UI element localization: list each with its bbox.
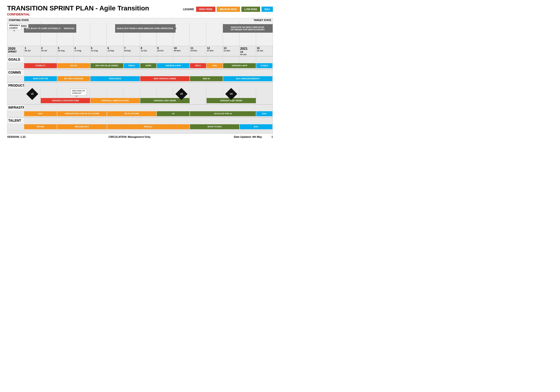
bar-resilience: RESILIENCE [90,76,140,81]
sprint-col-3: 303-Aug [57,46,74,56]
bar-bed-in: BED IN [190,76,223,81]
product-section: PRODUCT VERSION 3 ARCHITECTUREVERSION 2 … [7,82,273,104]
bar-we-are-changing: WE ARE CHANGING [57,76,90,81]
goals-label-row: GOALS [7,56,273,62]
sprint-col-5: 531-Aug [90,46,107,56]
starting-state-label: STARTING STATE [9,19,29,21]
sprint-col-4: 417-Aug [74,46,90,56]
bar-new-stuff: NEW STUFF EN [24,76,57,81]
comms-section: COMMS NEW STUFF ENWE ARE CHANGINGRESILIE… [7,69,273,82]
bar-gdpr: GDPR [140,63,156,68]
bar-stable: STABLE [256,63,272,68]
bar-v3mvp: VERSION 3 MVP [157,63,190,68]
circulation-label: CIRCULATION: Management Only. [109,135,151,138]
page-title: TRANSITION SPRINT PLAN - Agile Transitio… [7,5,149,12]
bar-devops: DEV OPS BLUE GREEN [90,63,123,68]
sprint-col-10: 1009-Nov [173,46,190,56]
bar-redundancy: REDUNDANCY [57,124,107,129]
sprint-col-2: 220-Jul [40,46,57,56]
talent-label-row: TALENT [7,118,273,123]
bar-retain: RETAIN [24,124,57,129]
sprint-col-15: 1518-Jan [256,46,273,56]
footer: VERSION: 1.23 CIRCULATION: Management On… [7,135,273,138]
legend-low-risk: LOW RISK [241,7,260,12]
sprint-col-7: 728-Sep [123,46,140,56]
bar-move-to-bau: MOVE TO BAU [190,124,239,129]
goals-section: GOALS [7,56,273,69]
product-label-row: PRODUCT [7,82,273,88]
state-row: STARTING STATE TARGET STATE [7,18,273,22]
sprint-label-cell: 2020 SPRINT [7,46,24,56]
banners-area: CUT BACK TO CORE SYSTEMS AND SERVICES KI… [7,22,273,46]
sprint-col-9: 926-Oct [157,46,173,56]
sprint-header-row: 2020 SPRINT 106-Jul220-Jul303-Aug417-Aug… [7,46,273,56]
talent-label: TALENT [7,118,24,123]
sprint-col-6: 614-Sep [107,46,123,56]
page-number: 1 [271,135,273,138]
bar-prep-re-platform: PREPARATION FOR RE PLATFORM [57,111,107,116]
bar-sms: SMS [207,63,223,68]
comms-label: COMMS [7,70,24,75]
bar-v4mvp: VERSION 4 MVP [223,63,256,68]
bar-v3-infra: V3 [157,111,190,116]
legend-bau: BAU [261,7,273,12]
legend-medium-risk: MEDIUM RISK [217,7,240,12]
bar-new-version-comms: NEW VERSION COMMS [140,76,190,81]
sprint-col-13: 1321-Dec [223,46,240,56]
comms-label-row: COMMS [7,69,273,75]
legend-high-risk: HIGH RISK [196,7,215,12]
title-block: TRANSITION SPRINT PLAN - Agile Transitio… [7,5,149,16]
legend-title: LEGEND [183,8,194,11]
bar-re-platform: RE PLATFORM [107,111,156,116]
bar-v2-simplification: VERSION 2 SIMPLIFICATION [90,98,140,103]
bar-reskill: RESKILL [107,124,190,129]
infrastructure-bars-row: BAUPREPARATION FOR RE PLATFORMRE PLATFOR… [7,110,273,118]
sprint-col-12: 1207-Dec [206,46,223,56]
diamond-v3: v3 [177,89,186,99]
bar-scale-up-v4: SCALE UP FOR v4 [190,111,256,116]
banner-build-out-arrow [173,24,177,33]
bar-bau-announcements: BAU ANNOUNCEMENTS [223,76,272,81]
talent-spacer [7,130,273,133]
banner-build-out: BUILD OUT FROM A NEW SIMPLER CORE OPERAT… [115,24,176,33]
bar-recs: RECS [190,63,206,68]
banner-cut-back-arrow [60,24,64,33]
sprint-col-1: 106-Jul [24,46,40,56]
comms-bars-row: NEW STUFF ENWE ARE CHANGINGRESILIENCENEW… [7,75,273,82]
talent-section: TALENT RETAINREDUNDANCYRESKILLMOVE TO BA… [7,118,273,133]
bar-stability: STABILITY [24,63,57,68]
goals-label: GOALS [7,57,24,62]
target-state-label: TARGET STATE [254,19,271,21]
footer-right: Date Updated: 4th May 1 [234,135,273,138]
legend-block: LEGEND HIGH RISK MEDIUM RISK LOW RISK BA… [183,7,273,12]
bar-infra-bau-end: BAU [256,111,272,116]
diamond-v4: v4 [227,89,236,99]
year-2020: 2020 [8,47,23,50]
sprint-col-11: 1123-Nov [190,46,206,56]
callout-high-risk: HIGH RISK OFCONFLICT [70,89,87,96]
callout-v3-launch: VERSION 3LAUNCH [7,23,21,30]
infrastructure-label: INFRASTRUCTURE [7,105,24,110]
date-updated: Date Updated: 4th May [234,135,262,138]
bar-talent-bau: BAU [240,124,272,129]
bar-scale: SCALE [57,63,90,68]
sprint-label: SPRINT [8,50,23,53]
sprint-col-8: 812-Oct [140,46,157,56]
confidential-label: CONFIDENTIAL [7,12,149,16]
timeline: STARTING STATE TARGET STATE CUT BACK TO … [7,18,273,134]
diamond-v2: v2 [28,89,37,99]
version-label: VERSION: 1.23 [7,135,26,138]
sprint-col-14: 20211404-Jan [240,46,256,56]
talent-bars-row: RETAINREDUNDANCYRESKILLMOVE TO BAUBAU [7,123,273,130]
goals-bars-row: STABILITYSCALEDEV OPS BLUE GREENPREFSGDP… [7,62,273,69]
infrastructure-label-row: INFRASTRUCTURE [7,104,273,110]
bar-infra-bau-start: BAU [24,111,57,116]
bar-prefs: PREFS [124,63,140,68]
product-label: PRODUCT [7,83,24,88]
banner-innovate: INNOVATE ON NEW CORE BASE. OPTIMISED FOR… [223,24,273,33]
header: TRANSITION SPRINT PLAN - Agile Transitio… [7,5,273,16]
bar-v3-architecture: VERSION 3 ARCHITECTURE [41,98,90,103]
page-container: TRANSITION SPRINT PLAN - Agile Transitio… [7,5,273,138]
infrastructure-section: INFRASTRUCTURE BAUPREPARATION FOR RE PLA… [7,104,273,118]
banner-cut-back: CUT BACK TO CORE SYSTEMS AND SERVICES [24,24,76,33]
